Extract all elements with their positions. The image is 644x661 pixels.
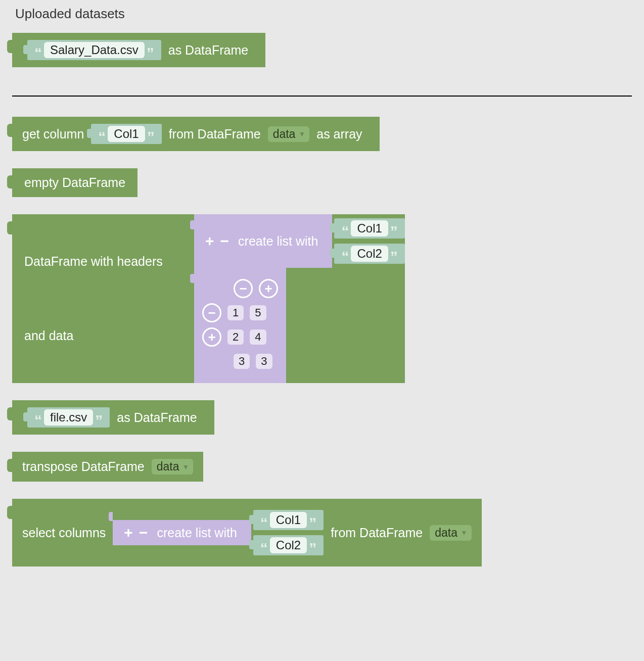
chevron-down-icon: ▼: [461, 529, 468, 537]
block-label: as DataFrame: [110, 410, 204, 425]
minus-icon[interactable]: −: [136, 525, 151, 540]
matrix-cell[interactable]: 2: [227, 329, 244, 345]
column-name-input[interactable]: Col1: [108, 126, 145, 142]
block-select-columns[interactable]: select columns + − create list with Col1: [12, 499, 482, 566]
slot-notch: [330, 249, 334, 258]
slot-notch: [87, 129, 91, 138]
dropdown-value: data: [435, 526, 457, 540]
column-name-chip[interactable]: Col1: [91, 124, 161, 144]
header-col-chip[interactable]: Col1: [334, 218, 404, 239]
dropdown-value: data: [157, 460, 179, 474]
slot-notch: [23, 45, 27, 54]
block-label: and data: [24, 328, 182, 343]
filename-input[interactable]: file.csv: [44, 409, 93, 426]
blockly-canvas: Uploaded datasets Salary_Data.csv as Dat…: [0, 0, 644, 604]
slot-notch: [249, 515, 253, 524]
minus-icon[interactable]: −: [217, 233, 233, 249]
block-label: DataFrame with headers: [24, 254, 182, 269]
block-label: create list with: [151, 526, 243, 540]
block-dataframe-with-headers[interactable]: DataFrame with headers and data + − crea…: [12, 214, 405, 383]
filename-chip[interactable]: file.csv: [27, 407, 110, 428]
block-label: transpose DataFrame: [22, 459, 152, 474]
dataframe-dropdown[interactable]: data ▼: [430, 525, 472, 541]
block-load-csv[interactable]: Salary_Data.csv as DataFrame: [12, 33, 265, 67]
filename-chip[interactable]: Salary_Data.csv: [27, 40, 161, 60]
add-col-icon[interactable]: +: [259, 279, 278, 298]
slot-notch: [330, 223, 334, 232]
block-get-column[interactable]: get column Col1 from DataFrame data ▼ as…: [12, 117, 380, 151]
slot-notch: [190, 220, 194, 229]
column-input[interactable]: Col1: [270, 512, 307, 528]
block-notch: [7, 221, 12, 234]
plus-icon[interactable]: +: [202, 233, 217, 249]
remove-row-icon[interactable]: −: [202, 303, 221, 322]
slot-notch: [190, 274, 194, 283]
block-notch: [7, 124, 12, 137]
matrix-cell[interactable]: 5: [250, 305, 266, 320]
block-transpose[interactable]: transpose DataFrame data ▼: [12, 452, 203, 482]
block-notch: [7, 40, 12, 53]
dropdown-value: data: [273, 127, 296, 141]
matrix-cell[interactable]: 4: [250, 329, 266, 345]
chevron-down-icon: ▼: [182, 463, 190, 471]
header-col-chip[interactable]: Col2: [334, 244, 404, 264]
block-label: from DataFrame: [162, 127, 268, 141]
block-label: as array: [309, 127, 369, 141]
block-notch: [7, 459, 12, 472]
block-notch: [7, 506, 12, 519]
filename-input[interactable]: Salary_Data.csv: [44, 42, 145, 58]
block-empty-dataframe[interactable]: empty DataFrame: [12, 168, 137, 197]
column-input[interactable]: Col2: [270, 537, 307, 553]
column-chip[interactable]: Col2: [253, 535, 324, 555]
slot-notch: [109, 512, 113, 521]
block-create-list[interactable]: + − create list with: [194, 214, 332, 268]
dataframe-dropdown[interactable]: data ▼: [152, 459, 194, 475]
block-load-csv[interactable]: file.csv as DataFrame: [12, 400, 214, 435]
block-label: select columns: [22, 526, 113, 540]
block-label: from DataFrame: [324, 526, 430, 540]
matrix-cell[interactable]: 1: [227, 305, 244, 320]
block-label: create list with: [232, 234, 324, 249]
column-chip[interactable]: Col1: [253, 510, 324, 530]
block-notch: [7, 175, 12, 188]
section-title: Uploaded datasets: [15, 6, 632, 22]
slot-notch: [23, 412, 27, 421]
block-matrix[interactable]: − + − 1 5 + 2 4: [194, 268, 286, 383]
dataframe-dropdown[interactable]: data ▼: [268, 126, 310, 142]
block-label: empty DataFrame: [22, 175, 127, 190]
matrix-cell[interactable]: 3: [256, 354, 272, 369]
separator: [12, 96, 632, 97]
add-row-icon[interactable]: +: [202, 327, 221, 347]
remove-col-icon[interactable]: −: [234, 279, 253, 298]
block-label: as DataFrame: [161, 43, 255, 58]
matrix-cell[interactable]: 3: [234, 354, 250, 369]
plus-icon[interactable]: +: [121, 525, 136, 540]
slot-notch: [249, 540, 253, 549]
block-label: get column: [22, 127, 91, 141]
header-col-input[interactable]: Col1: [351, 220, 388, 237]
block-create-list[interactable]: + − create list with: [113, 520, 251, 545]
chevron-down-icon: ▼: [298, 130, 305, 138]
block-notch: [7, 407, 12, 420]
header-col-input[interactable]: Col2: [351, 246, 388, 262]
